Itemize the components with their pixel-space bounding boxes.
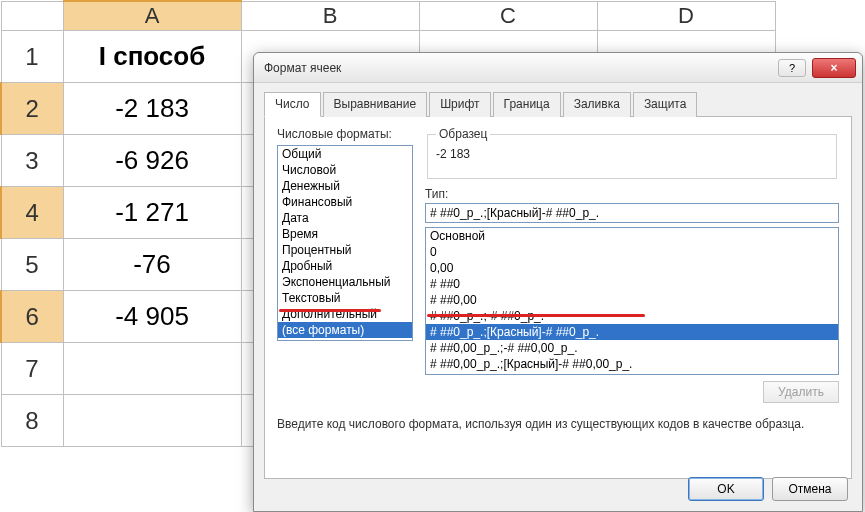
type-input[interactable] (425, 203, 839, 223)
category-item[interactable]: Время (278, 226, 412, 242)
col-header-A[interactable]: A (63, 1, 241, 31)
category-item[interactable]: Денежный (278, 178, 412, 194)
sample-value: -2 183 (436, 147, 828, 161)
ok-button[interactable]: OK (688, 477, 764, 501)
cell-A1[interactable]: I способ (63, 31, 241, 83)
types-list[interactable]: Основной 0 0,00 # ##0 # ##0,00 # ##0_р_.… (425, 227, 839, 375)
type-item[interactable]: 0 (426, 244, 838, 260)
type-item[interactable]: # ##0р.;-# ##0р. (426, 372, 838, 375)
type-item[interactable]: # ##0 (426, 276, 838, 292)
type-item-selected[interactable]: # ##0_р_.;[Красный]-# ##0_р_. (426, 324, 838, 340)
cell-A8[interactable] (63, 395, 241, 447)
cell-A7[interactable] (63, 343, 241, 395)
row-header-7[interactable]: 7 (1, 343, 63, 395)
dialog-titlebar[interactable]: Формат ячеек ? × (254, 53, 862, 83)
categories-label: Числовые форматы: (277, 127, 392, 141)
category-item-selected[interactable]: (все форматы) (278, 322, 412, 338)
tab-number[interactable]: Число (264, 92, 321, 117)
category-item[interactable]: Экспоненциальный (278, 274, 412, 290)
col-header-B[interactable]: B (241, 1, 419, 31)
select-all-corner[interactable] (1, 1, 63, 31)
sample-label: Образец (436, 127, 490, 141)
cell-A3[interactable]: -6 926 (63, 135, 241, 187)
tab-fill[interactable]: Заливка (563, 92, 631, 117)
row-header-2[interactable]: 2 (1, 83, 63, 135)
col-header-C[interactable]: C (419, 1, 597, 31)
annotation-underline-icon (279, 309, 381, 312)
category-item[interactable]: Процентный (278, 242, 412, 258)
category-item[interactable]: Числовой (278, 162, 412, 178)
help-icon: ? (789, 62, 795, 74)
type-item[interactable]: # ##0,00 (426, 292, 838, 308)
cell-A5[interactable]: -76 (63, 239, 241, 291)
row-header-8[interactable]: 8 (1, 395, 63, 447)
cell-A2[interactable]: -2 183 (63, 83, 241, 135)
category-item[interactable]: Дробный (278, 258, 412, 274)
hint-text: Введите код числового формата, используя… (277, 417, 839, 431)
row-header-6[interactable]: 6 (1, 291, 63, 343)
number-panel: Числовые форматы: Общий Числовой Денежны… (264, 117, 852, 479)
col-header-D[interactable]: D (597, 1, 775, 31)
format-cells-dialog: Формат ячеек ? × Число Выравнивание Шриф… (253, 52, 863, 512)
row-header-3[interactable]: 3 (1, 135, 63, 187)
type-label: Тип: (425, 187, 448, 201)
cancel-button[interactable]: Отмена (772, 477, 848, 501)
cell-A4[interactable]: -1 271 (63, 187, 241, 239)
type-item[interactable]: # ##0,00_р_.;[Красный]-# ##0,00_р_. (426, 356, 838, 372)
help-button[interactable]: ? (778, 59, 806, 77)
delete-button[interactable]: Удалить (763, 381, 839, 403)
dialog-tabs: Число Выравнивание Шрифт Граница Заливка… (264, 91, 852, 117)
annotation-underline-icon (427, 314, 645, 317)
type-item[interactable]: Основной (426, 228, 838, 244)
tab-protection[interactable]: Защита (633, 92, 698, 117)
category-item[interactable]: Финансовый (278, 194, 412, 210)
close-icon: × (830, 61, 837, 75)
row-header-1[interactable]: 1 (1, 31, 63, 83)
tab-font[interactable]: Шрифт (429, 92, 490, 117)
sample-group: Образец -2 183 (427, 127, 837, 179)
dialog-buttons: OK Отмена (688, 477, 848, 501)
category-item[interactable]: Общий (278, 146, 412, 162)
type-item[interactable]: 0,00 (426, 260, 838, 276)
row-header-5[interactable]: 5 (1, 239, 63, 291)
category-item[interactable]: Текстовый (278, 290, 412, 306)
close-button[interactable]: × (812, 58, 856, 78)
dialog-title: Формат ячеек (264, 61, 774, 75)
tab-border[interactable]: Граница (493, 92, 561, 117)
cell-A6[interactable]: -4 905 (63, 291, 241, 343)
category-item[interactable]: Дата (278, 210, 412, 226)
tab-alignment[interactable]: Выравнивание (323, 92, 428, 117)
type-item[interactable]: # ##0,00_р_.;-# ##0,00_р_. (426, 340, 838, 356)
row-header-4[interactable]: 4 (1, 187, 63, 239)
